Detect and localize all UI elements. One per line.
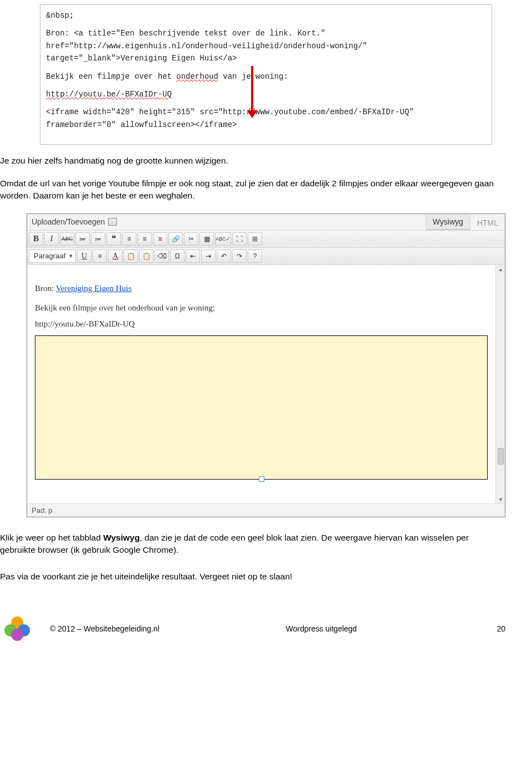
- paragraph-2: Omdat de url van het vorige Youtube film…: [0, 177, 504, 202]
- unlink-button[interactable]: ✂: [184, 232, 198, 246]
- align-right-button[interactable]: ≡: [153, 232, 167, 246]
- upload-add-button[interactable]: Uploaden/Toevoegen: [27, 214, 121, 230]
- tab-wysiwyg[interactable]: Wysiwyg: [426, 214, 470, 230]
- text-color-button[interactable]: A: [108, 249, 122, 263]
- tab-html[interactable]: HTML: [470, 215, 505, 230]
- paragraph-4: Pas via de voorkant zie je het uiteindel…: [0, 571, 504, 583]
- help-button[interactable]: ?: [248, 249, 262, 263]
- italic-button[interactable]: I: [44, 232, 59, 246]
- scroll-up-icon[interactable]: ▴: [498, 265, 503, 273]
- logo-icon: [4, 617, 30, 641]
- resize-handle-icon[interactable]: [259, 476, 264, 482]
- upload-label: Uploaden/Toevoegen: [32, 217, 105, 226]
- paste-word-button[interactable]: 📋: [139, 249, 154, 263]
- link-button[interactable]: 🔗: [168, 232, 183, 246]
- media-icon: [108, 218, 117, 226]
- footer-page-number: 20: [483, 624, 505, 633]
- more-button[interactable]: ▦: [200, 232, 214, 246]
- remove-format-button[interactable]: ⌫: [155, 249, 169, 263]
- code-line-nbsp: &nbsp;: [46, 9, 486, 22]
- wysiwyg-editor-screenshot: Uploaden/Toevoegen Wysiwyg HTML B I ABC …: [27, 213, 505, 517]
- spellcheck-button[interactable]: ABC✓: [215, 232, 231, 246]
- bold-button[interactable]: B: [29, 232, 43, 246]
- align-center-button[interactable]: ≡: [137, 232, 152, 246]
- kitchen-sink-button[interactable]: ⊞: [248, 232, 262, 246]
- fullscreen-button[interactable]: ⛶: [232, 232, 247, 246]
- justify-button[interactable]: ≡: [93, 249, 107, 263]
- scroll-thumb[interactable]: [498, 448, 504, 465]
- code-line-url: http://youtu.be/-BFXaIDr-UQ: [46, 88, 486, 100]
- scroll-down-icon[interactable]: ▾: [498, 495, 503, 503]
- code-line-iframe: <iframe width="420" height="315" src="ht…: [46, 106, 486, 131]
- toolbar-row-1: B I ABC ≔ ≔ ❝ ≡ ≡ ≡ 🔗 ✂ ▦ ABC✓ ⛶ ⊞: [27, 231, 505, 248]
- editor-content-area[interactable]: Bron: Vereniging Eigen Huis Bekijk een f…: [27, 265, 495, 503]
- embed-placeholder[interactable]: [35, 335, 488, 480]
- spell-error: onderhoud: [176, 72, 218, 81]
- content-line-2: Bekijk een filmpje over het onderhoud va…: [35, 303, 488, 313]
- code-line-watch: Bekijk een filmpje over het onderhoud va…: [46, 70, 486, 83]
- paste-text-button[interactable]: 📋: [124, 249, 138, 263]
- content-bron-line: Bron: Vereniging Eigen Huis: [35, 284, 488, 293]
- format-select[interactable]: Paragraaf: [29, 249, 76, 263]
- toolbar-row-2: Paragraaf U ≡ A 📋 📋 ⌫ Ω ⇤ ⇥ ↶ ↷ ?: [27, 248, 505, 265]
- outdent-button[interactable]: ⇤: [186, 249, 200, 263]
- ul-button[interactable]: ≔: [75, 232, 90, 246]
- ol-button[interactable]: ≔: [91, 232, 105, 246]
- editor-tabs: Wysiwyg HTML: [426, 214, 505, 230]
- paragraph-1: Je zou hier zelfs handmatig nog de groot…: [0, 155, 504, 167]
- content-line-3: http://youtu.be/-BFXaIDr-UQ: [35, 319, 488, 329]
- blockquote-button[interactable]: ❝: [106, 232, 121, 246]
- redo-button[interactable]: ↷: [232, 249, 247, 263]
- scrollbar[interactable]: ▴ ▾: [495, 265, 505, 503]
- footer-title: Wordpress uitgelegd: [180, 624, 463, 633]
- underline-button[interactable]: U: [77, 249, 91, 263]
- special-char-button[interactable]: Ω: [170, 249, 185, 263]
- content-bron-link[interactable]: Vereniging Eigen Huis: [56, 284, 132, 293]
- indent-button[interactable]: ⇥: [201, 249, 216, 263]
- align-left-button[interactable]: ≡: [122, 232, 136, 246]
- page-footer: © 2012 – Websitebegeleiding.nl Wordpress…: [0, 617, 532, 652]
- editor-status-bar: Pad: p: [27, 503, 505, 517]
- footer-copyright: © 2012 – Websitebegeleiding.nl: [50, 624, 160, 633]
- strike-button[interactable]: ABC: [60, 232, 74, 246]
- paragraph-3: Klik je weer op het tabblad Wysiwyg, dan…: [0, 532, 504, 557]
- code-line-bron: Bron: <a title="Een beschrijvende tekst …: [46, 27, 486, 64]
- undo-button[interactable]: ↶: [217, 249, 231, 263]
- html-code-box: &nbsp; Bron: <a title="Een beschrijvende…: [40, 4, 492, 145]
